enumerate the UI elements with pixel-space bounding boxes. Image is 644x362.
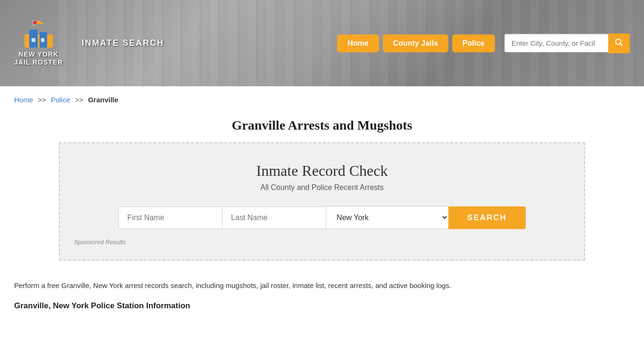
header-search-button[interactable] (608, 33, 630, 53)
logo-area: NEW YORK JAIL ROSTER (14, 20, 63, 66)
logo-icon (22, 20, 55, 49)
body-text: Perform a free Granville, New York arres… (14, 280, 630, 292)
record-check-form: AlabamaAlaskaArizonaArkansasCaliforniaCo… (74, 206, 570, 229)
breadcrumb-sep-1: >> (38, 96, 46, 104)
record-check-subtitle: All County and Police Recent Arrests (74, 183, 570, 192)
record-check-title: Inmate Record Check (74, 162, 570, 180)
inmate-search-label: INMATE SEARCH (82, 38, 164, 48)
header-search-input[interactable] (504, 34, 608, 52)
breadcrumb-sep-2: >> (75, 96, 83, 104)
breadcrumb: Home >> Police >> Granville (0, 86, 644, 113)
body-content: Perform a free Granville, New York arres… (0, 270, 644, 326)
svg-line-9 (620, 43, 623, 46)
last-name-input[interactable] (222, 206, 326, 229)
breadcrumb-current: Granville (88, 96, 118, 104)
svg-rect-4 (32, 38, 35, 42)
page-title: Granville Arrests and Mugshots (0, 118, 644, 133)
breadcrumb-police-link[interactable]: Police (51, 96, 70, 104)
svg-rect-5 (41, 38, 44, 42)
state-select[interactable]: AlabamaAlaskaArizonaArkansasCaliforniaCo… (326, 206, 448, 229)
site-header: NEW YORK JAIL ROSTER INMATE SEARCH Home … (0, 0, 644, 86)
record-check-box: Inmate Record Check All County and Polic… (59, 142, 585, 261)
nav-county-jails-button[interactable]: County Jails (383, 34, 448, 52)
breadcrumb-home-link[interactable]: Home (14, 96, 33, 104)
svg-rect-0 (25, 34, 53, 48)
section-title: Granville, New York Police Station Infor… (14, 299, 630, 313)
main-nav: Home County Jails Police (337, 34, 495, 52)
logo-text: NEW YORK JAIL ROSTER (14, 50, 63, 66)
header-search-bar (504, 33, 630, 53)
nav-police-button[interactable]: Police (452, 34, 495, 52)
first-name-input[interactable] (118, 206, 222, 229)
sponsored-results-label: Sponsored Results (74, 239, 570, 246)
search-icon (615, 38, 623, 47)
record-check-search-button[interactable]: SEARCH (448, 206, 526, 229)
nav-home-button[interactable]: Home (337, 34, 379, 52)
